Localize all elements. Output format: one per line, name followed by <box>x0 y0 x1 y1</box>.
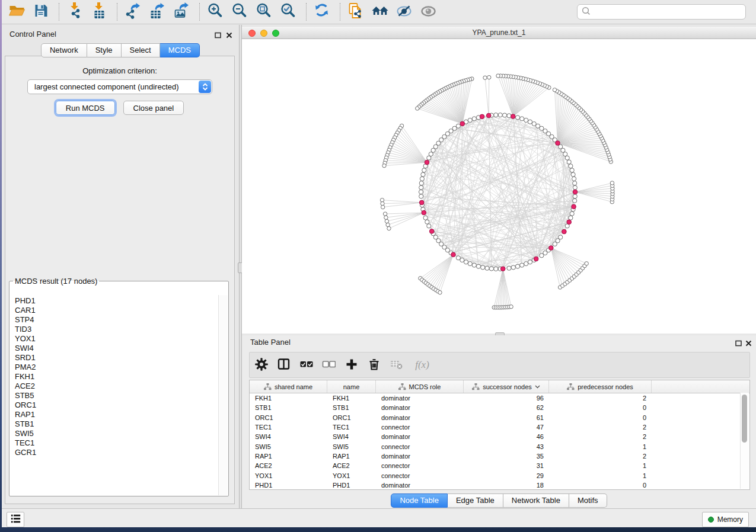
mcds-result-item[interactable]: STB1 <box>15 419 219 429</box>
apply-layout-button[interactable] <box>313 3 331 21</box>
table-cell: 61 <box>464 414 549 421</box>
close-panel-button[interactable]: Close panel <box>123 101 184 115</box>
table-row[interactable]: YOX1YOX1connector291 <box>250 470 749 480</box>
fx-icon: f(x) <box>415 359 429 371</box>
table-row[interactable]: ACE2ACE2connector311 <box>250 461 749 470</box>
export-image-button[interactable] <box>173 3 190 21</box>
mcds-result-item[interactable]: YOX1 <box>15 334 219 344</box>
search-input[interactable] <box>591 5 745 18</box>
table-cell: dominator <box>376 395 464 402</box>
mcds-result-item[interactable]: STP4 <box>15 315 219 325</box>
tab-network[interactable]: Network <box>41 43 87 57</box>
tab-network-table[interactable]: Network Table <box>503 493 569 508</box>
column-header-MCDS-role[interactable]: MCDS role <box>376 380 464 393</box>
save-icon <box>33 2 50 21</box>
table-cell: FKH1 <box>250 395 327 402</box>
tab-mcds[interactable]: MCDS <box>160 43 200 57</box>
export-network-button[interactable] <box>124 3 142 21</box>
table-row[interactable]: ORC1ORC1dominator610 <box>250 413 749 422</box>
mcds-result-item[interactable]: ACE2 <box>15 382 219 391</box>
table-cell: connector <box>376 472 464 479</box>
table-options-button[interactable] <box>254 358 268 372</box>
table-cell: dominator <box>376 453 464 460</box>
mcds-result-item[interactable]: SWI5 <box>15 429 219 438</box>
column-header-shared-name[interactable]: shared name <box>250 380 327 393</box>
float-panel-icon[interactable] <box>215 30 221 41</box>
table-panel: Table Panel f(x) shared namenameMCDS rol… <box>242 335 756 508</box>
tab-select[interactable]: Select <box>122 43 160 57</box>
mcds-result-item[interactable]: STB5 <box>15 391 219 400</box>
delete-table-button <box>390 358 403 372</box>
mcds-result-item[interactable]: CAR1 <box>15 306 219 315</box>
network-canvas[interactable] <box>242 39 756 334</box>
mcds-result-item[interactable]: GCR1 <box>15 448 219 457</box>
table-scrollbar-thumb[interactable] <box>742 395 747 443</box>
deselect-all-columns-button[interactable] <box>322 358 336 372</box>
show-columns-button[interactable] <box>277 358 291 372</box>
column-header-filler <box>652 380 749 393</box>
show-all-button[interactable] <box>420 3 438 21</box>
mcds-result-item[interactable]: PMA2 <box>15 363 219 372</box>
add-column-button[interactable] <box>344 358 358 372</box>
criterion-selected-value: largest connected component (undirected) <box>28 82 199 91</box>
mcds-result-item[interactable]: FKH1 <box>15 372 219 382</box>
tab-motifs[interactable]: Motifs <box>569 493 607 508</box>
table-cell: 31 <box>464 462 549 469</box>
run-mcds-button[interactable]: Run MCDS <box>56 101 115 115</box>
table-scrollbar-track[interactable] <box>740 393 749 489</box>
table-cell: 2 <box>549 424 652 431</box>
hide-selected-button[interactable] <box>395 3 413 21</box>
zoom-out-button[interactable] <box>231 3 248 21</box>
column-header-predecessor-nodes[interactable]: predecessor nodes <box>549 380 652 393</box>
table-row[interactable]: FKH1FKH1dominator962 <box>250 393 749 403</box>
tab-edge-table[interactable]: Edge Table <box>448 493 503 508</box>
table-cell: connector <box>376 462 464 469</box>
task-history-button[interactable] <box>7 512 24 527</box>
table-row[interactable]: TEC1TEC1connector472 <box>250 422 749 432</box>
table-cell: 62 <box>464 404 549 411</box>
mcds-result-item[interactable]: TEC1 <box>15 438 219 448</box>
select-all-columns-button[interactable] <box>299 358 313 372</box>
table-cell: dominator <box>376 433 464 440</box>
plus-icon <box>344 357 358 373</box>
import-network-icon <box>66 2 84 21</box>
table-row[interactable]: SWI4SWI4dominator462 <box>250 432 749 441</box>
first-neighbors-button[interactable] <box>371 3 389 21</box>
table-row[interactable]: PHD1PHD1dominator180 <box>250 480 749 490</box>
mcds-result-item[interactable]: TID3 <box>15 325 219 334</box>
mcds-result-item[interactable]: RAP1 <box>15 410 219 419</box>
save-session-button[interactable] <box>32 3 50 21</box>
zoom-fit-button[interactable] <box>255 3 273 21</box>
open-session-button[interactable] <box>8 3 25 21</box>
tab-node-table[interactable]: Node Table <box>391 493 448 508</box>
memory-button[interactable]: Memory <box>702 512 749 527</box>
criterion-select[interactable]: largest connected component (undirected) <box>27 79 212 94</box>
float-table-panel-icon[interactable] <box>735 338 742 349</box>
cytoscape-window: Control Panel NetworkStyleSelectMCDS Opt… <box>2 0 756 527</box>
mcds-result-item[interactable]: SWI4 <box>15 344 219 353</box>
mcds-result-item[interactable]: PHD1 <box>15 296 219 306</box>
control-panel: Control Panel NetworkStyleSelectMCDS Opt… <box>2 25 239 508</box>
close-table-panel-icon[interactable] <box>745 338 752 349</box>
copy-network-button[interactable] <box>347 3 365 21</box>
table-row[interactable]: RAP1RAP1dominator352 <box>250 451 749 461</box>
tab-style[interactable]: Style <box>87 43 122 57</box>
close-panel-icon[interactable] <box>226 30 232 41</box>
export-table-button[interactable] <box>148 3 166 21</box>
result-scrollbar-track[interactable] <box>218 295 228 495</box>
export-table-icon <box>149 2 166 21</box>
import-table-button[interactable] <box>90 3 108 21</box>
mcds-result-item[interactable]: ORC1 <box>15 400 219 410</box>
zoom-selected-button[interactable] <box>279 3 297 21</box>
table-cell: 46 <box>464 433 549 440</box>
column-header-successor-nodes[interactable]: successor nodes <box>464 380 549 393</box>
mcds-result-item[interactable]: SRD1 <box>15 353 219 363</box>
table-row[interactable]: SWI5SWI5connector431 <box>250 441 749 451</box>
zoom-in-button[interactable] <box>206 3 224 21</box>
table-cell: STB1 <box>250 404 327 411</box>
import-network-button[interactable] <box>66 3 84 21</box>
table-cell: 1 <box>549 443 652 450</box>
column-header-name[interactable]: name <box>327 380 376 393</box>
table-row[interactable]: STB1STB1dominator620 <box>250 403 749 412</box>
delete-column-button[interactable] <box>367 358 381 372</box>
